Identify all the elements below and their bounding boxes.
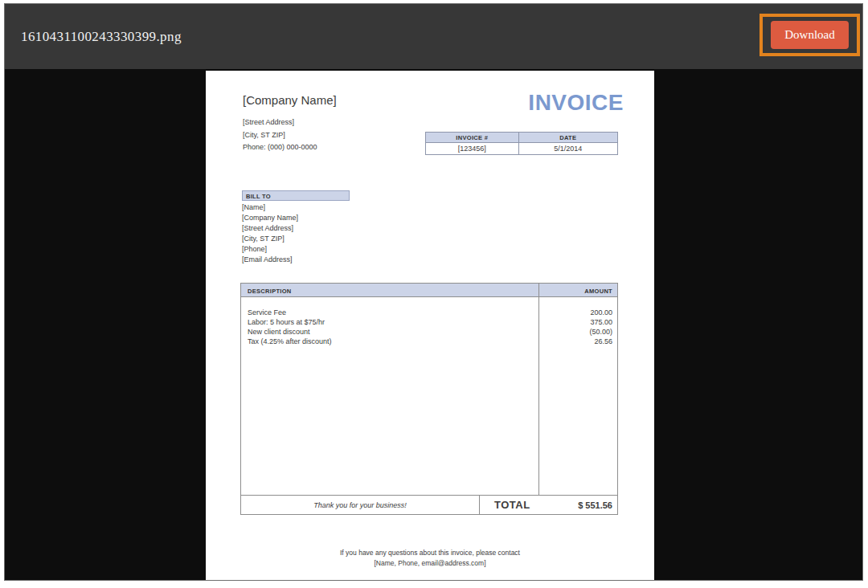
company-address-line: [City, ST ZIP]: [243, 129, 337, 142]
item-description: Tax (4.25% after discount): [248, 337, 538, 346]
bill-to-line: [Street Address]: [242, 223, 350, 234]
filename-label: 1610431100243330399.png: [21, 29, 182, 45]
bill-to-line: [City, ST ZIP]: [242, 234, 350, 244]
amount-column-header: AMOUNT: [538, 284, 617, 296]
item-amount: 375.00: [539, 317, 612, 327]
company-address-line: [Street Address]: [243, 116, 337, 129]
total-row: Thank you for your business! TOTAL $ 551…: [241, 495, 617, 514]
item-description: Labor: 5 hours at $75/hr: [248, 317, 538, 327]
item-amount: (50.00): [539, 327, 612, 337]
invoice-title: INVOICE: [528, 90, 624, 116]
invoice-number-header: INVOICE #: [426, 133, 519, 143]
bill-to-line: [Email Address]: [242, 255, 350, 265]
company-phone-line: Phone: (000) 000-0000: [243, 141, 337, 154]
total-amount: $ 551.56: [578, 500, 617, 510]
date-header: DATE: [518, 133, 617, 143]
thank-you-note: Thank you for your business!: [241, 496, 480, 514]
download-highlight-annotation: Download: [760, 14, 860, 56]
line-items-table: DESCRIPTION AMOUNT Service Fee Labor: 5 …: [240, 283, 618, 515]
date-value: 5/1/2014: [518, 143, 617, 155]
total-cell: TOTAL $ 551.56: [480, 496, 617, 514]
company-name: [Company Name]: [243, 93, 337, 107]
download-button[interactable]: Download: [771, 21, 849, 49]
description-column-header: DESCRIPTION: [241, 284, 538, 296]
item-amount: 26.56: [539, 337, 612, 346]
item-description: New client discount: [248, 327, 538, 337]
item-description: Service Fee: [248, 308, 538, 317]
contact-line-2: [Name, Phone, email@address.com]: [206, 558, 654, 569]
bill-to-block: BILL TO [Name] [Company Name] [Street Ad…: [242, 190, 350, 265]
line-items-header-row: DESCRIPTION AMOUNT: [241, 284, 617, 297]
line-items-body: Service Fee Labor: 5 hours at $75/hr New…: [241, 297, 617, 495]
bill-to-line: [Name]: [242, 202, 350, 213]
invoice-contact-footer: If you have any questions about this inv…: [206, 548, 654, 569]
image-canvas: [Company Name] [Street Address] [City, S…: [5, 69, 862, 580]
contact-line-1: If you have any questions about this inv…: [206, 548, 654, 558]
bill-to-line: [Company Name]: [242, 213, 350, 223]
total-label: TOTAL: [480, 499, 530, 511]
image-viewer-window: 1610431100243330399.png Download [Compan…: [4, 3, 863, 581]
item-amount: 200.00: [539, 308, 612, 317]
invoice-number-value: [123456]: [426, 143, 519, 155]
company-block: [Company Name] [Street Address] [City, S…: [243, 93, 337, 154]
bill-to-lines: [Name] [Company Name] [Street Address] […: [242, 202, 350, 265]
invoice-number-table: INVOICE # DATE [123456] 5/1/2014: [425, 132, 618, 155]
bill-to-line: [Phone]: [242, 244, 350, 255]
invoice-page-image: [Company Name] [Street Address] [City, S…: [206, 71, 654, 580]
amount-column: 200.00 375.00 (50.00) 26.56: [538, 297, 617, 495]
description-column: Service Fee Labor: 5 hours at $75/hr New…: [241, 297, 538, 495]
viewer-toolbar: 1610431100243330399.png Download: [5, 4, 862, 69]
bill-to-header: BILL TO: [242, 190, 350, 201]
